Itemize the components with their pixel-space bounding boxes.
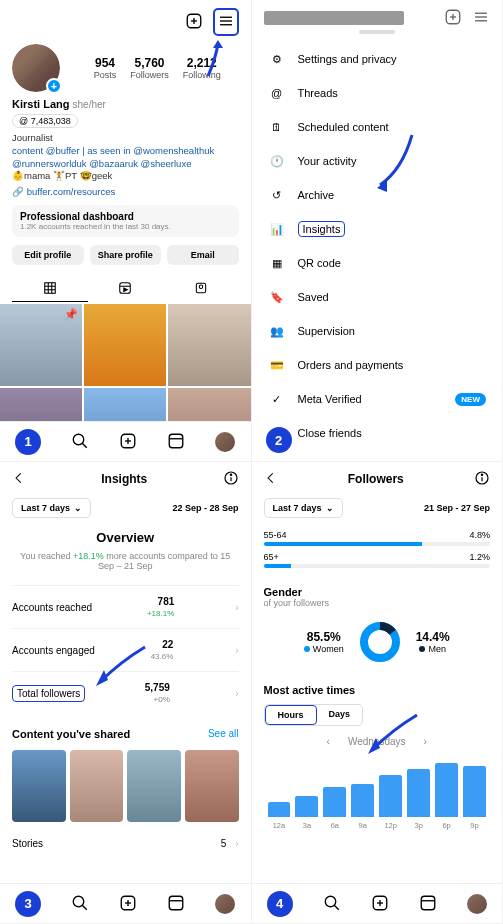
hourly-chart [264, 757, 491, 817]
create-icon[interactable] [371, 894, 389, 914]
menu-qr[interactable]: ▦QR code [252, 246, 503, 280]
back-icon[interactable] [264, 471, 278, 487]
sheet-handle[interactable] [359, 30, 395, 34]
add-post-icon[interactable] [185, 12, 203, 32]
svg-line-35 [82, 905, 87, 910]
profile-nav-icon[interactable] [215, 432, 235, 452]
bottom-nav: 3 [0, 883, 251, 923]
date-range-text: 21 Sep - 27 Sep [424, 503, 490, 513]
menu-saved[interactable]: 🔖Saved [252, 280, 503, 314]
date-range-selector[interactable]: Last 7 days⌄ [264, 498, 343, 518]
info-icon[interactable] [474, 470, 490, 488]
menu-favourites[interactable]: ☆Favourites [252, 450, 503, 462]
svg-rect-52 [421, 896, 435, 910]
next-day-icon[interactable]: › [424, 736, 427, 747]
professional-dashboard[interactable]: Professional dashboard 1.2K accounts rea… [12, 205, 239, 237]
search-icon[interactable] [71, 894, 89, 914]
page-title: Insights [26, 472, 223, 486]
bottom-nav: 1 [0, 421, 251, 461]
content-thumb[interactable] [185, 750, 239, 822]
create-icon[interactable] [119, 432, 137, 452]
content-thumb[interactable] [12, 750, 66, 822]
posts-stat[interactable]: 954Posts [94, 56, 117, 80]
active-times-title: Most active times [264, 684, 491, 696]
svg-line-17 [82, 443, 87, 448]
post-thumb[interactable]: 📌 [0, 304, 82, 386]
see-all-link[interactable]: See all [208, 728, 239, 740]
back-icon[interactable] [12, 471, 26, 487]
date-range-selector[interactable]: Last 7 days⌄ [12, 498, 91, 518]
search-icon[interactable] [71, 432, 89, 452]
accounts-reached-row[interactable]: Accounts reached 781+18.1%› [12, 585, 239, 628]
add-story-badge[interactable]: + [46, 78, 62, 94]
menu-supervision[interactable]: 👥Supervision [252, 314, 503, 348]
card-icon: 💳 [268, 356, 286, 374]
new-badge: NEW [455, 393, 486, 406]
grid-tab[interactable] [12, 275, 88, 302]
content-thumb[interactable] [127, 750, 181, 822]
menu-insights[interactable]: 📊Insights [252, 212, 503, 246]
create-icon[interactable] [119, 894, 137, 914]
followers-stat[interactable]: 5,760Followers [130, 56, 169, 80]
menu-archive[interactable]: ↺Archive [252, 178, 503, 212]
post-thumb[interactable] [168, 304, 250, 386]
search-icon[interactable] [323, 894, 341, 914]
hour-labels: 12a3a6a9a12p3p6p9p [264, 821, 491, 830]
svg-point-33 [230, 474, 231, 475]
content-thumb[interactable] [70, 750, 124, 822]
gender-subtitle: of your followers [264, 598, 491, 608]
date-range-text: 22 Sep - 28 Sep [172, 503, 238, 513]
reels-icon[interactable] [167, 894, 185, 914]
menu-orders[interactable]: 💳Orders and payments [252, 348, 503, 382]
bottom-nav: 4 [252, 883, 503, 923]
tagged-tab[interactable] [163, 275, 239, 302]
age-row-55-64: 55-644.8% [264, 530, 491, 546]
profile-nav-icon[interactable] [467, 894, 487, 914]
accounts-engaged-row[interactable]: Accounts engaged 2243.6%› [12, 628, 239, 671]
total-followers-row[interactable]: Total followers 5,759+0%› [12, 671, 239, 714]
menu-icon[interactable] [213, 8, 239, 36]
edit-profile-button[interactable]: Edit profile [12, 245, 84, 265]
bio-link[interactable]: 🔗 buffer.com/resources [12, 186, 239, 197]
hours-days-toggle[interactable]: Hours Days [264, 704, 364, 726]
menu-verified[interactable]: ✓Meta VerifiedNEW [252, 382, 503, 416]
step-1-badge: 1 [15, 429, 41, 455]
gender-chart: 85.5%Women 14.4%Men [264, 620, 491, 664]
svg-point-15 [199, 285, 203, 289]
svg-point-16 [73, 434, 84, 445]
post-thumb[interactable] [84, 304, 166, 386]
menu-icon[interactable] [472, 8, 490, 28]
reels-icon[interactable] [167, 432, 185, 452]
share-profile-button[interactable]: Share profile [90, 245, 162, 265]
info-icon[interactable] [223, 470, 239, 488]
step-2-badge: 2 [266, 427, 292, 453]
following-count: 2,212 [183, 56, 221, 70]
followers-screen: Followers Last 7 days⌄ 21 Sep - 27 Sep 5… [252, 462, 504, 924]
prev-day-icon[interactable]: ‹ [327, 736, 330, 747]
days-toggle[interactable]: Days [317, 705, 363, 725]
menu-activity[interactable]: 🕐Your activity [252, 144, 503, 178]
stories-row[interactable]: Stories5 › [12, 838, 239, 849]
svg-line-48 [334, 905, 339, 910]
email-button[interactable]: Email [167, 245, 239, 265]
menu-settings[interactable]: ⚙Settings and privacy [252, 42, 503, 76]
svg-point-44 [481, 474, 482, 475]
menu-threads[interactable]: @Threads [252, 76, 503, 110]
threads-badge[interactable]: @ 7,483,038 [12, 114, 78, 128]
add-post-icon[interactable] [444, 8, 462, 28]
reels-tab[interactable] [88, 275, 164, 302]
verified-icon: ✓ [268, 390, 286, 408]
profile-nav-icon[interactable] [215, 894, 235, 914]
menu-scheduled[interactable]: 🗓Scheduled content [252, 110, 503, 144]
hours-toggle[interactable]: Hours [265, 705, 317, 725]
archive-icon: ↺ [268, 186, 286, 204]
reels-icon[interactable] [419, 894, 437, 914]
following-stat[interactable]: 2,212Following [183, 56, 221, 80]
content-shared-title: Content you've shared [12, 728, 130, 740]
qr-icon: ▦ [268, 254, 286, 272]
settings-menu: ⚙Settings and privacy @Threads 🗓Schedule… [252, 0, 504, 462]
pronoun: she/her [73, 99, 106, 110]
people-icon: 👥 [268, 322, 286, 340]
insights-screen: Insights Last 7 days⌄ 22 Sep - 28 Sep Ov… [0, 462, 252, 924]
step-3-badge: 3 [15, 891, 41, 917]
